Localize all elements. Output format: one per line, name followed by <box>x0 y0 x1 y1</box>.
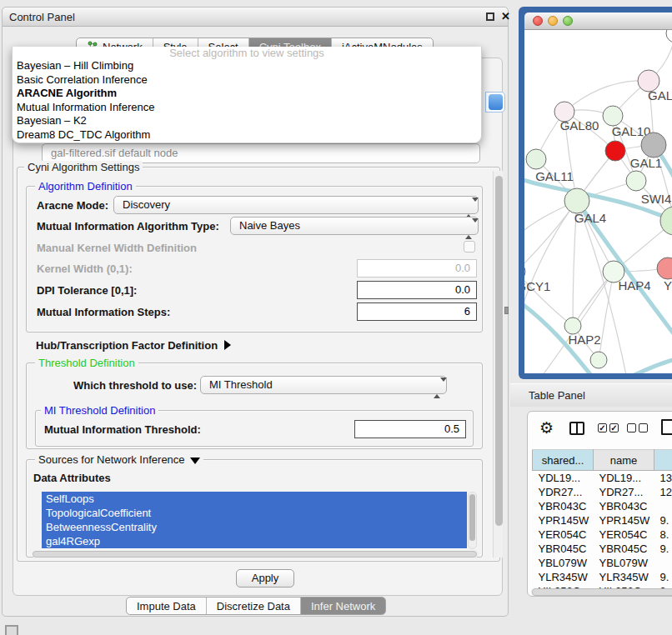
attributes-vertical-scrollbar[interactable] <box>468 492 477 549</box>
node-label: GAL1 <box>630 156 662 170</box>
settings-group-title: Cyni Algorithm Settings <box>24 161 143 173</box>
expand-arrow-icon <box>224 340 231 350</box>
column-header[interactable]: shared... <box>533 450 594 471</box>
attribute-item[interactable]: TopologicalCoefficient <box>42 506 467 520</box>
table-row[interactable]: YBL079WYBL079W <box>533 556 672 570</box>
table-row[interactable]: YBR043CYBR043C <box>533 499 672 513</box>
attributes-horizontal-scrollbar[interactable] <box>32 551 479 558</box>
select-all-icon[interactable]: ✓✓ <box>598 423 619 432</box>
gear-icon[interactable]: ⚙ <box>539 420 554 436</box>
table-row[interactable]: YDR27...YDR27...12 <box>533 485 672 499</box>
network-canvas[interactable]: GALGAL80GAL10GAL1GAL11SWI4GAL4GCY1HAP4YH… <box>524 30 672 373</box>
algorithm-option[interactable]: ARACNE Algorithm <box>13 87 481 101</box>
network-node-gcy1[interactable] <box>524 262 525 281</box>
document-icon[interactable] <box>661 419 672 435</box>
network-svg[interactable]: GALGAL80GAL10GAL1GAL11SWI4GAL4GCY1HAP4YH… <box>524 30 672 373</box>
algorithm-dropdown-popup: Select algorithm to view settings Bayesi… <box>12 47 482 143</box>
mi-algorithm-type-combobox[interactable]: Naive Bayes <box>230 217 479 235</box>
attribute-item[interactable]: BetweennessCentrality <box>42 520 467 534</box>
network-node[interactable] <box>641 132 666 158</box>
network-node-hap2[interactable] <box>564 318 581 334</box>
network-node[interactable] <box>666 30 672 42</box>
network-node[interactable] <box>605 141 625 161</box>
node-label: GAL4 <box>574 211 606 225</box>
data-attributes-list[interactable]: SelfLoopsTopologicalCoefficientBetweenne… <box>42 492 467 549</box>
scrollbar-thumb[interactable] <box>532 588 672 596</box>
table-row[interactable]: YER054CYER054C8. <box>533 528 672 542</box>
combobox-arrows-icon <box>465 200 473 212</box>
close-traffic-icon[interactable] <box>533 16 543 26</box>
close-icon[interactable]: ✕ <box>501 10 510 22</box>
tab-impute-data[interactable]: Impute Data <box>127 598 207 614</box>
network-node-gal4[interactable] <box>564 188 589 213</box>
algorithm-definition-group: Algorithm Definition Aracne Mode: Discov… <box>26 186 483 332</box>
node-label: Y <box>664 278 672 292</box>
minimize-traffic-icon[interactable] <box>548 16 558 26</box>
manual-kernel-width-checkbox[interactable] <box>464 241 475 252</box>
node-label: SWI4 <box>641 192 672 206</box>
table-row[interactable]: YPR145WYPR145W9. <box>533 513 672 528</box>
table-header-row[interactable]: shared...nameA <box>533 450 672 471</box>
network-view-window: GALGAL80GAL10GAL1GAL11SWI4GAL4GCY1HAP4YH… <box>519 7 672 379</box>
column-header[interactable]: name <box>594 450 654 471</box>
which-threshold-label: Which threshold to use: <box>73 379 197 392</box>
table-horizontal-scrollbar[interactable] <box>531 588 672 596</box>
table-cell: YPR145W <box>594 513 654 528</box>
algorithm-option[interactable]: Mutual Information Inference <box>13 101 481 115</box>
algorithm-option[interactable]: Bayesian – K2 <box>13 114 481 128</box>
network-node-gal10[interactable] <box>603 106 623 126</box>
node-label: GAL80 <box>560 118 599 132</box>
network-node[interactable] <box>590 352 607 368</box>
sources-group-title[interactable]: Sources for Network Inference <box>35 453 203 466</box>
algorithm-option[interactable]: Bayesian – Hill Climbing <box>13 59 481 73</box>
float-window-icon[interactable] <box>486 12 494 21</box>
scrollbar-thumb[interactable] <box>495 176 503 526</box>
network-node-gal11[interactable] <box>526 149 546 169</box>
deselect-all-icon[interactable] <box>627 423 648 432</box>
algorithm-option[interactable]: Dream8 DC_TDC Algorithm <box>13 128 481 142</box>
minimized-panel-icon[interactable] <box>5 625 18 635</box>
algorithm-option[interactable]: Basic Correlation Inference <box>13 73 481 88</box>
network-node-gal1[interactable] <box>626 171 646 191</box>
split-pane-grip[interactable] <box>504 307 509 314</box>
hub-definition-section[interactable]: Hub/Transcription Factor Definition <box>36 339 231 352</box>
mi-steps-field[interactable]: 6 <box>357 302 477 321</box>
dpi-tolerance-field[interactable]: 0.0 <box>357 281 477 299</box>
apply-button[interactable]: Apply <box>236 569 294 588</box>
cyni-algorithm-settings-group: Cyni Algorithm Settings Algorithm Defini… <box>17 167 500 562</box>
tab-discretize-data[interactable]: Discretize Data <box>207 598 301 614</box>
scrollbar-thumb[interactable] <box>33 551 477 558</box>
split-panel-icon[interactable] <box>569 422 584 435</box>
scrollbar-thumb[interactable] <box>469 494 475 541</box>
network-node-y[interactable] <box>657 258 672 279</box>
column-header[interactable]: A <box>654 450 672 471</box>
settings-vertical-scrollbar[interactable] <box>493 171 503 558</box>
network-edge <box>564 81 649 112</box>
table-row[interactable]: YLR345WYLR345W9. <box>533 570 672 584</box>
table-cell: 13 <box>654 471 672 485</box>
inference-algorithm-combobox[interactable] <box>485 92 505 112</box>
aracne-mode-label: Aracne Mode: <box>37 199 108 212</box>
which-threshold-combobox[interactable]: MI Threshold <box>200 376 447 394</box>
aracne-mode-combobox[interactable]: Discovery <box>113 196 479 214</box>
mi-threshold-field[interactable]: 0.5 <box>354 420 466 438</box>
network-window-titlebar[interactable] <box>524 12 672 30</box>
aracne-mode-value: Discovery <box>123 198 170 211</box>
table-row[interactable]: YDL19...YDL19...13 <box>533 471 672 485</box>
node-label: HAP4 <box>618 278 650 292</box>
zoom-traffic-icon[interactable] <box>563 16 573 26</box>
table-cell: YPR145W <box>533 513 594 528</box>
table-panel-titlebar[interactable]: Table Panel <box>510 383 672 407</box>
table-cell: 9. <box>654 542 672 556</box>
control-panel-titlebar[interactable]: Control Panel ✕ <box>3 8 508 27</box>
attribute-item[interactable]: SelfLoops <box>42 492 467 506</box>
sources-group: Sources for Network Inference Data Attri… <box>26 459 483 558</box>
kernel-width-field[interactable]: 0.0 <box>357 259 477 278</box>
table-row[interactable]: YBR045CYBR045C9. <box>533 542 672 556</box>
attribute-item[interactable]: gal4RGexp <box>42 534 467 548</box>
tab-infer-network[interactable]: Infer Network <box>301 598 385 614</box>
control-panel-title: Control Panel <box>9 11 75 23</box>
table-cell: 9. <box>654 570 672 584</box>
mi-algorithm-type-label: Mutual Information Algorithm Type: <box>37 220 219 232</box>
node-table[interactable]: shared...nameA YDL19...YDL19...13YDR27..… <box>532 449 672 597</box>
